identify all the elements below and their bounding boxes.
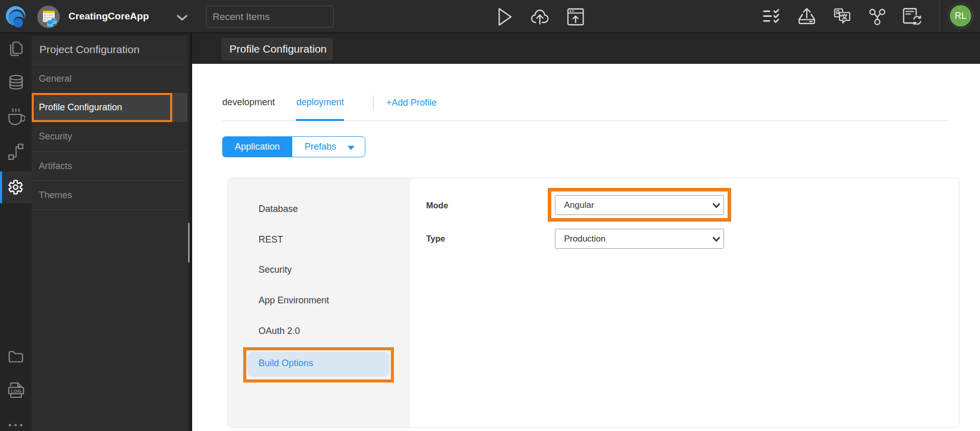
svg-text:LOG: LOG: [11, 388, 21, 394]
